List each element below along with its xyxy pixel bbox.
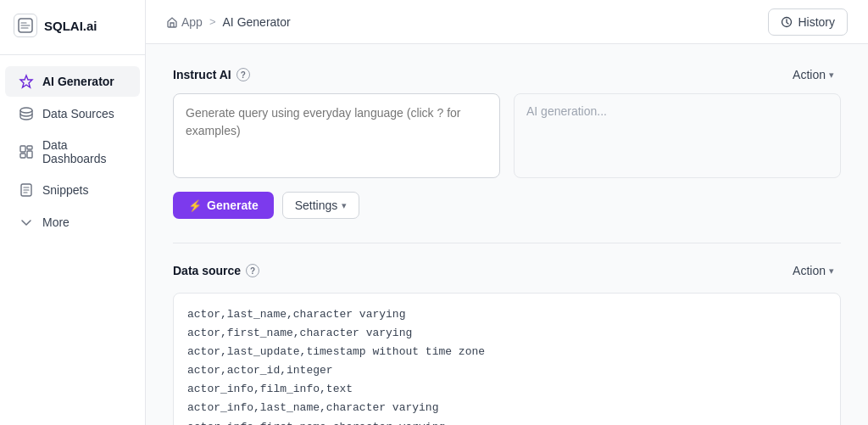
- main-panel: App > AI Generator History Instruct AI ?…: [146, 0, 868, 425]
- sidebar-item-more[interactable]: More: [5, 207, 140, 238]
- settings-button[interactable]: Settings ▾: [282, 192, 360, 219]
- sidebar-item-label: Snippets: [42, 183, 88, 197]
- instruct-ai-action-button[interactable]: Action ▾: [786, 64, 841, 85]
- table-row: actor,last_update,timestamp without time…: [187, 343, 826, 361]
- table-row: actor_info,film_info,text: [187, 380, 826, 399]
- datasource-help[interactable]: ?: [246, 264, 259, 277]
- breadcrumb: App > AI Generator: [166, 15, 291, 29]
- table-row: actor_info,first_name,character varying: [187, 418, 826, 425]
- page-body: Instruct AI ? Action ▾ AI generation... …: [146, 44, 868, 425]
- instruct-ai-row: AI generation...: [173, 93, 841, 178]
- sidebar-item-data-dashboards[interactable]: Data Dashboards: [5, 131, 140, 173]
- section-divider: [173, 243, 841, 243]
- logo-text: SQLAI.ai: [44, 19, 97, 33]
- action-row: ⚡ Generate Settings ▾: [173, 192, 841, 219]
- history-icon: [781, 16, 793, 28]
- instruct-ai-help[interactable]: ?: [236, 68, 250, 81]
- lightning-icon: ⚡: [188, 199, 202, 212]
- svg-rect-3: [20, 146, 25, 152]
- datasource-title: Data source ?: [173, 264, 259, 277]
- sidebar-item-snippets[interactable]: Snippets: [5, 175, 140, 205]
- datasource-header: Data source ? Action ▾: [173, 260, 841, 281]
- sidebar-logo: SQLAI.ai: [0, 14, 145, 55]
- more-icon: [19, 215, 34, 230]
- ai-output-box: AI generation...: [514, 93, 841, 178]
- snippets-icon: [19, 182, 34, 198]
- sidebar-item-label: AI Generator: [42, 75, 114, 88]
- table-row: actor_info,last_name,character varying: [187, 399, 826, 417]
- table-row: actor,last_name,character varying: [187, 305, 826, 324]
- sidebar-item-label: More: [42, 215, 70, 229]
- logo-icon: [14, 14, 37, 37]
- ai-generator-icon: [19, 74, 34, 89]
- page-header: App > AI Generator History: [146, 0, 868, 44]
- home-icon: [166, 16, 178, 28]
- svg-point-2: [20, 108, 32, 113]
- sidebar-item-data-sources[interactable]: Data Sources: [5, 98, 140, 129]
- svg-marker-1: [20, 75, 32, 87]
- svg-rect-5: [27, 151, 32, 158]
- svg-rect-6: [20, 154, 25, 158]
- history-button[interactable]: History: [768, 8, 848, 36]
- svg-rect-4: [27, 146, 32, 149]
- data-dashboards-icon: [19, 144, 34, 159]
- action-chevron-icon: ▾: [829, 70, 834, 81]
- table-row: actor,first_name,character varying: [187, 324, 826, 343]
- breadcrumb-separator: >: [209, 15, 216, 28]
- settings-chevron-icon: ▾: [342, 200, 347, 211]
- sidebar-item-label: Data Sources: [42, 107, 114, 120]
- table-row: actor,actor_id,integer: [187, 361, 826, 380]
- data-table: actor,last_name,character varyingactor,f…: [173, 293, 841, 425]
- generate-button[interactable]: ⚡ Generate: [173, 192, 274, 219]
- breadcrumb-home[interactable]: App: [166, 15, 203, 29]
- sidebar: SQLAI.ai AI Generator Data Sources: [0, 0, 146, 425]
- instruct-ai-title: Instruct AI ?: [173, 68, 250, 81]
- sidebar-item-label: Data Dashboards: [42, 138, 126, 165]
- instruct-ai-header: Instruct AI ? Action ▾: [173, 64, 841, 85]
- sidebar-item-ai-generator[interactable]: AI Generator: [5, 66, 140, 97]
- datasource-action-button[interactable]: Action ▾: [786, 260, 841, 281]
- datasource-chevron-icon: ▾: [829, 266, 834, 277]
- breadcrumb-current: AI Generator: [223, 15, 291, 29]
- data-sources-icon: [19, 106, 34, 121]
- instruct-ai-textarea[interactable]: [173, 93, 500, 178]
